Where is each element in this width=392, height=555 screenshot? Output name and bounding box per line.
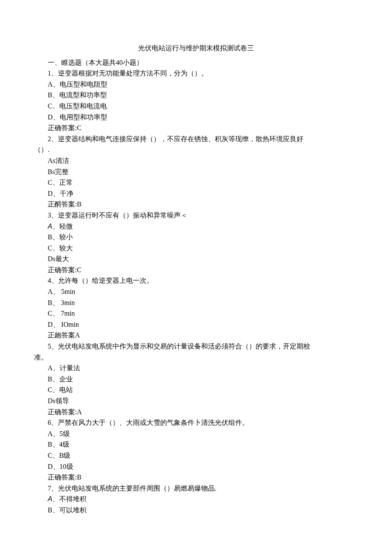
answer: 正确答案:A [48,407,358,418]
question-stem: 5、光伏电站发电系统中作为显示和交易的计量设备和活必须符合（）的要求，开定期校 [48,341,358,352]
option-c: C、较大 [48,243,358,254]
option-b: B、电流型和功率型 [48,90,358,101]
option-d: D、 IOmin [48,319,358,330]
option-a: A、5级 [48,428,358,439]
option-b: B、企业 [48,374,358,385]
answer: 正确答案:C [48,122,358,134]
question-stem: 1、逆变器根据对无功能量处理方法不同，分为（）。 [48,68,358,79]
option-c: C、B级 [48,450,358,461]
question-stem-cont: （）. [34,144,358,155]
option-d: D、电用型和功率型 [48,112,358,123]
question-stem: 7、光伏电站发电系统的主要部件周围（）易燃易爆物品. [48,483,358,494]
option-c: C、正常 [48,177,358,188]
option-d: Ds领导 [48,395,358,407]
option-b: Bs完整 [48,166,358,177]
option-d: Ds最大 [48,253,358,264]
option-d: D、干净 [48,188,358,199]
option-b: B、 3min [48,297,358,308]
option-c: C、 7min [48,308,358,319]
option-c: C、电压型和电流电 [48,101,358,112]
option-a: A、电压型和电阻型 [48,79,358,90]
answer: 正酹答案:B [48,199,358,210]
question-stem: 2、逆变器结构和电气连接应保持（），不应存在锈蚀、积灰等现缭，散热环境应良好 [48,134,358,145]
question-stem: 4、允许每（）给逆变器上电一次。 [48,275,358,286]
option-b: B、较小 [48,232,358,243]
option-text: 、轻微 [52,223,73,230]
option-a: A、不得堆积 [48,494,358,505]
option-a: A、计量法 [48,363,358,374]
answer: 正确答案:C [48,264,358,276]
section-header: 一、睢选题（本大题共40小题） [48,57,358,68]
answer: 正龅答案A [48,330,358,341]
answer: 正确答案:B [48,472,358,483]
option-c: C、电站 [48,384,358,395]
option-letter: A [48,223,52,230]
question-stem: 6、严禁在风力大于（）、大雨或大雪的气象条件卜清洗光伏组件。 [48,417,358,428]
question-stem-cont: 准。 [34,352,358,363]
option-letter: A [48,495,52,503]
document-title: 光伏电站运行与维护期末模拟测试卷三 [34,43,358,54]
option-d: D、10级 [48,461,358,472]
option-b: B、可以堆枳 [48,505,358,516]
option-text: 、不得堆积 [52,495,86,503]
option-a: A、轻微 [48,221,358,232]
question-stem: 3、逆变器运行时不应有（）振动和异常噪声＜ [48,210,358,221]
option-a: A、 5min [48,286,358,297]
option-a: As清洁 [48,155,358,166]
option-b: B、4级 [48,439,358,450]
